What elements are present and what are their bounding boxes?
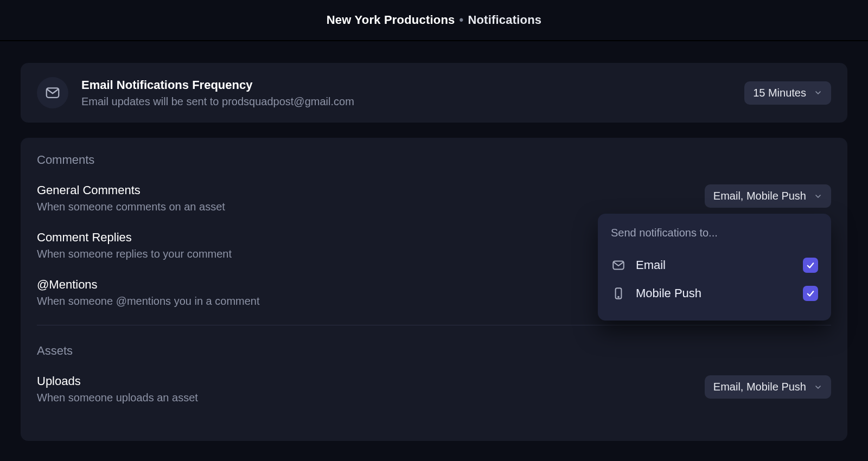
breadcrumb-section: Notifications	[468, 13, 541, 27]
mail-icon	[611, 258, 626, 273]
general-comments-select-value: Email, Mobile Push	[713, 190, 806, 202]
popover-option-email[interactable]: Email	[611, 251, 818, 279]
row-title-general-comments: General Comments	[37, 183, 705, 197]
row-uploads: Uploads When someone uploads an asset Em…	[37, 374, 831, 404]
frequency-select[interactable]: 15 Minutes	[744, 81, 831, 105]
email-frequency-address: prodsquadpost@gmail.com	[222, 95, 354, 107]
popover-option-mobile-checkbox[interactable]	[803, 286, 818, 301]
section-divider	[37, 325, 831, 325]
popover-option-email-checkbox[interactable]	[803, 258, 818, 273]
section-heading-comments: Comments	[37, 153, 831, 167]
chevron-down-icon	[814, 192, 822, 201]
popover-option-mobile[interactable]: Mobile Push	[611, 279, 818, 308]
uploads-select[interactable]: Email, Mobile Push	[705, 375, 831, 399]
row-sub-general-comments: When someone comments on an asset	[37, 201, 705, 213]
breadcrumb-workspace: New York Productions	[327, 13, 455, 27]
svg-point-3	[618, 297, 619, 298]
email-frequency-sub-prefix: Email updates will be sent to	[81, 95, 222, 107]
chevron-down-icon	[814, 88, 822, 97]
row-title-uploads: Uploads	[37, 374, 705, 388]
notification-channels-popover: Send notifications to... Email	[598, 214, 831, 321]
row-general-comments: General Comments When someone comments o…	[37, 183, 831, 213]
mobile-icon	[611, 286, 626, 301]
popover-title: Send notifications to...	[611, 227, 818, 239]
uploads-select-value: Email, Mobile Push	[713, 381, 806, 393]
breadcrumb-separator: •	[459, 13, 463, 27]
check-icon	[806, 289, 815, 298]
section-heading-assets: Assets	[37, 344, 831, 358]
row-sub-uploads: When someone uploads an asset	[37, 392, 705, 404]
email-frequency-card: Email Notifications Frequency Email upda…	[21, 63, 847, 123]
email-frequency-title: Email Notifications Frequency	[81, 78, 731, 92]
frequency-select-value: 15 Minutes	[753, 87, 806, 99]
check-icon	[806, 260, 815, 270]
mail-icon	[44, 85, 61, 101]
general-comments-select[interactable]: Email, Mobile Push	[705, 184, 831, 208]
chevron-down-icon	[814, 383, 822, 392]
email-frequency-subtitle: Email updates will be sent to prodsquadp…	[81, 95, 731, 108]
notification-settings-card: Comments General Comments When someone c…	[21, 138, 847, 441]
mail-icon-circle	[37, 77, 68, 108]
popover-option-mobile-label: Mobile Push	[636, 286, 793, 300]
popover-option-email-label: Email	[636, 258, 793, 272]
page-header: New York Productions • Notifications	[0, 0, 868, 41]
